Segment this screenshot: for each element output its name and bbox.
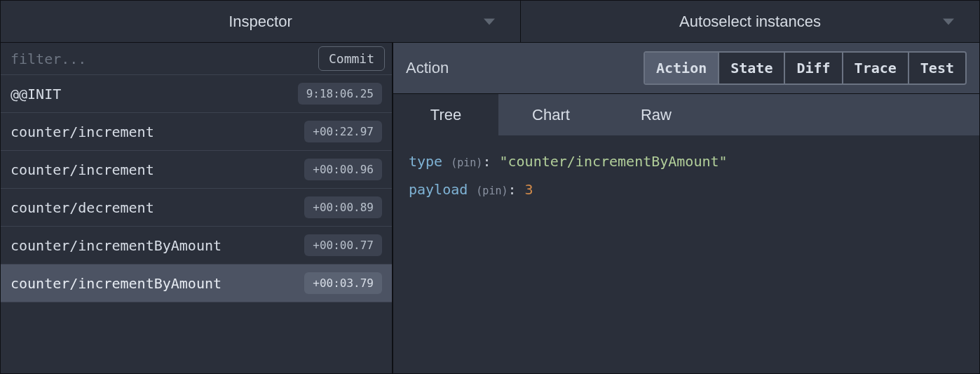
devtools-body: Commit @@INIT9:18:06.25counter/increment… (1, 43, 979, 373)
action-log-panel: Commit @@INIT9:18:06.25counter/increment… (1, 43, 393, 373)
chevron-down-icon (484, 18, 495, 25)
inspection-panel: Action ActionStateDiffTraceTest TreeChar… (393, 43, 979, 373)
mode-segment-trace[interactable]: Trace (843, 53, 909, 84)
tree-value: 3 (525, 181, 533, 198)
instances-tab[interactable]: Autoselect instances (521, 1, 979, 42)
filter-row: Commit (1, 43, 392, 75)
mode-title: Action (406, 59, 449, 77)
mode-bar: Action ActionStateDiffTraceTest (393, 43, 979, 93)
action-log-entry[interactable]: counter/incrementByAmount+00:00.77 (1, 227, 392, 265)
action-timestamp: +00:00.96 (304, 159, 382, 180)
action-name: counter/incrementByAmount (11, 275, 222, 292)
top-tabs: Inspector Autoselect instances (1, 1, 979, 43)
action-timestamp: +00:22.97 (304, 121, 382, 142)
action-log-entry[interactable]: counter/increment+00:00.96 (1, 151, 392, 189)
commit-button[interactable]: Commit (318, 46, 385, 71)
action-timestamp: +00:00.77 (304, 234, 382, 256)
colon: : (508, 181, 525, 198)
action-name: counter/increment (11, 161, 154, 178)
inspector-tab-label: Inspector (229, 13, 292, 31)
tree-view: type (pin): "counter/incrementByAmount"p… (393, 135, 979, 373)
view-tab-raw[interactable]: Raw (604, 94, 709, 135)
action-timestamp: +00:03.79 (304, 272, 382, 294)
action-name: @@INIT (11, 86, 61, 102)
mode-segment-action[interactable]: Action (645, 53, 719, 84)
mode-segment-state[interactable]: State (719, 53, 785, 84)
chevron-down-icon (943, 18, 954, 25)
action-log-list: @@INIT9:18:06.25counter/increment+00:22.… (1, 75, 392, 302)
action-name: counter/incrementByAmount (11, 237, 222, 254)
tree-row: type (pin): "counter/incrementByAmount" (409, 148, 964, 176)
filter-input[interactable] (11, 51, 311, 67)
action-log-entry[interactable]: counter/incrementByAmount+00:03.79 (1, 265, 392, 302)
action-timestamp: 9:18:06.25 (298, 83, 382, 105)
action-log-entry[interactable]: counter/decrement+00:00.89 (1, 189, 392, 227)
redux-devtools: Inspector Autoselect instances Commit @@… (0, 0, 980, 374)
tree-value: "counter/incrementByAmount" (499, 153, 727, 170)
colon: : (482, 153, 499, 170)
mode-segment-diff[interactable]: Diff (785, 53, 843, 84)
tree-key: type (409, 153, 442, 170)
action-timestamp: +00:00.89 (304, 196, 382, 218)
pin-label[interactable]: (pin) (476, 185, 508, 197)
action-log-entry[interactable]: @@INIT9:18:06.25 (1, 75, 392, 113)
action-name: counter/increment (11, 123, 154, 140)
instances-tab-label: Autoselect instances (679, 13, 821, 31)
action-name: counter/decrement (11, 199, 154, 216)
mode-segmented-control: ActionStateDiffTraceTest (644, 51, 967, 85)
inspector-tab[interactable]: Inspector (1, 1, 521, 42)
pin-label[interactable]: (pin) (451, 156, 482, 169)
mode-segment-test[interactable]: Test (909, 53, 965, 84)
view-tab-tree[interactable]: Tree (393, 94, 498, 135)
tree-key: payload (409, 181, 468, 198)
view-tabs: TreeChartRaw (393, 93, 979, 135)
action-log-entry[interactable]: counter/increment+00:22.97 (1, 113, 392, 151)
tree-row: payload (pin): 3 (409, 176, 964, 204)
view-tab-chart[interactable]: Chart (498, 94, 604, 135)
